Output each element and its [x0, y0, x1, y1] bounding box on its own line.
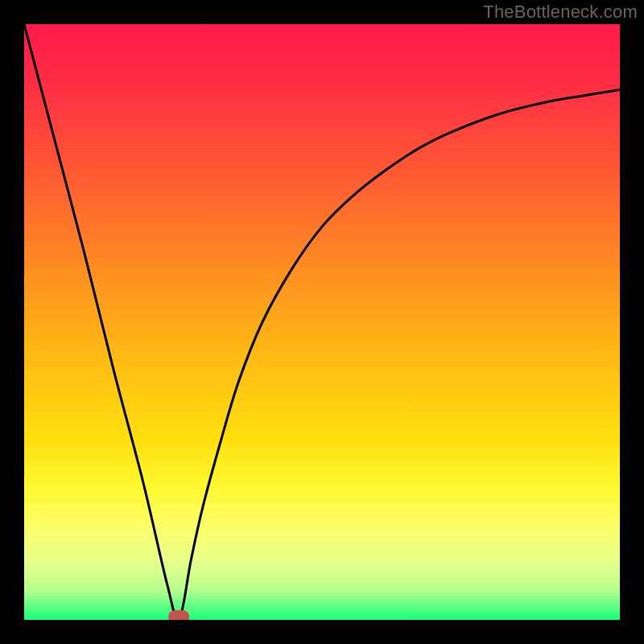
watermark-text: TheBottleneck.com [483, 2, 638, 23]
gradient-background [24, 24, 620, 620]
minimum-marker [168, 610, 189, 620]
chart-svg [24, 24, 620, 620]
plot-area [24, 24, 620, 620]
chart-frame: TheBottleneck.com [0, 0, 644, 644]
